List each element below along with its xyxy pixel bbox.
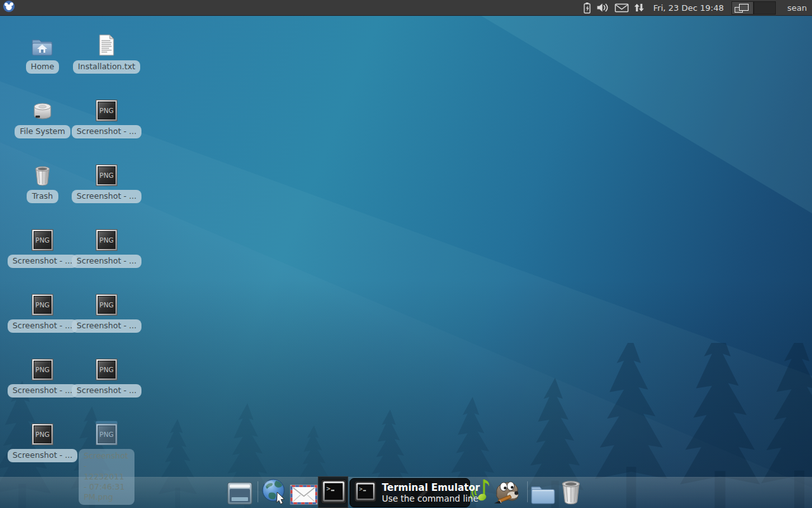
dock-item-mail-reader[interactable] <box>290 485 318 505</box>
desktop-icon-label: Screenshot - ... <box>72 319 141 333</box>
desktop-icon-screenshot-2[interactable]: PNGScreenshot - ... <box>75 162 138 203</box>
svg-text:>: > <box>326 485 330 492</box>
svg-text:PNG: PNG <box>36 301 49 309</box>
dock-item-file-manager[interactable] <box>227 482 252 505</box>
desktop-icon-screenshot-5[interactable]: PNGScreenshot - ... <box>11 291 74 333</box>
png-icon: PNG <box>96 227 117 251</box>
png-icon: PNG <box>32 421 53 445</box>
svg-text:PNG: PNG <box>36 431 49 438</box>
dock-panel: > > Terminal Emulator Use the command li… <box>0 471 812 508</box>
mail-icon[interactable] <box>615 3 629 13</box>
workspace-2[interactable] <box>754 1 776 15</box>
workspace-1[interactable] <box>731 1 754 15</box>
panel-clock[interactable]: Fri, 23 Dec 19:48 <box>653 3 724 13</box>
png-icon: PNG <box>32 227 53 251</box>
tooltip-title: Terminal Emulator <box>382 482 480 494</box>
user-actions-button[interactable]: sean <box>787 3 807 13</box>
desktop-icon-screenshot-9[interactable]: PNGScreenshot - ... <box>11 421 74 462</box>
desktop-icon-screenshot-3[interactable]: PNGScreenshot - ... <box>11 227 74 268</box>
dock-separator <box>258 481 258 502</box>
dock-item-web-browser[interactable] <box>261 478 288 505</box>
svg-text:PNG: PNG <box>100 431 114 438</box>
desktop-icon-label: Screenshot - ... <box>72 255 141 268</box>
desktop-icon-label: Home <box>26 60 60 74</box>
svg-text:PNG: PNG <box>36 366 49 373</box>
workspace-window-outline <box>739 4 749 11</box>
svg-text:PNG: PNG <box>100 171 114 179</box>
battery-icon[interactable] <box>583 2 591 14</box>
desktop-icon-label: Trash <box>27 190 58 203</box>
desktop-icon-label: Screenshot - ... <box>72 384 141 398</box>
system-tray <box>583 2 645 14</box>
desktop-icon-label: Installation.txt <box>73 60 140 74</box>
svg-text:PNG: PNG <box>100 301 114 309</box>
png-icon: PNG <box>96 421 117 445</box>
desktop-icon-installation-txt[interactable]: Installation.txt <box>75 32 138 74</box>
svg-text:PNG: PNG <box>36 236 49 244</box>
png-icon: PNG <box>32 356 53 380</box>
dock-separator <box>527 481 528 502</box>
tooltip-text: Terminal Emulator Use the command line <box>382 482 480 504</box>
desktop-icon-screenshot-7[interactable]: PNGScreenshot - ... <box>11 356 74 398</box>
network-arrows-icon[interactable] <box>634 3 645 13</box>
desktop-icon-screenshot-4[interactable]: PNGScreenshot - ... <box>75 227 138 268</box>
desktop-icon-label: Screenshot - ... <box>8 449 77 462</box>
workspace-switcher[interactable] <box>731 1 776 15</box>
desktop-icon-home[interactable]: Home <box>11 32 74 74</box>
desktop-icon-label: Screenshot - ... <box>72 125 141 138</box>
svg-text:PNG: PNG <box>100 366 114 373</box>
text-file-icon <box>97 32 116 57</box>
desktop-icon-screenshot-6[interactable]: PNGScreenshot - ... <box>75 291 138 333</box>
svg-text:PNG: PNG <box>100 107 114 114</box>
desktop-icon-screenshot-8[interactable]: PNGScreenshot - ... <box>75 356 138 398</box>
png-icon: PNG <box>96 162 117 186</box>
dock-item-trash[interactable] <box>560 479 582 505</box>
folder-home-icon <box>31 32 54 57</box>
desktop-icon-label: Screenshot - ... <box>72 190 141 203</box>
png-icon: PNG <box>96 356 117 380</box>
terminal-tooltip: > Terminal Emulator Use the command line <box>350 478 470 507</box>
top-panel: Fri, 23 Dec 19:48 sean <box>0 0 812 16</box>
dock-item-terminal[interactable]: > <box>320 478 347 505</box>
png-icon: PNG <box>96 291 117 316</box>
svg-text:>: > <box>359 486 363 492</box>
drive-icon <box>30 97 55 121</box>
desktop-icon-label: File System <box>15 125 70 138</box>
desktop-icon-label: Screenshot - ... <box>8 319 77 333</box>
svg-text:PNG: PNG <box>100 236 114 244</box>
xfce-logo-icon <box>3 0 15 15</box>
desktop-icon-label: Screenshot - ... <box>8 384 77 398</box>
dock-item-file-folder[interactable] <box>530 484 556 505</box>
png-icon: PNG <box>32 291 53 316</box>
terminal-icon: > <box>354 480 377 505</box>
trash-icon <box>34 162 51 186</box>
png-icon: PNG <box>96 97 117 121</box>
desktop-icon-trash[interactable]: Trash <box>11 162 74 203</box>
volume-icon[interactable] <box>596 3 610 13</box>
desktop-icon-label: Screenshot - ... <box>8 255 77 268</box>
applications-menu-button[interactable] <box>2 1 16 15</box>
dock-item-gimp[interactable] <box>492 478 523 505</box>
desktop-icon-screenshot-1[interactable]: PNGScreenshot - ... <box>75 97 138 138</box>
desktop-icon-file-system[interactable]: File System <box>11 97 74 138</box>
tooltip-subtitle: Use the command line <box>382 493 480 504</box>
